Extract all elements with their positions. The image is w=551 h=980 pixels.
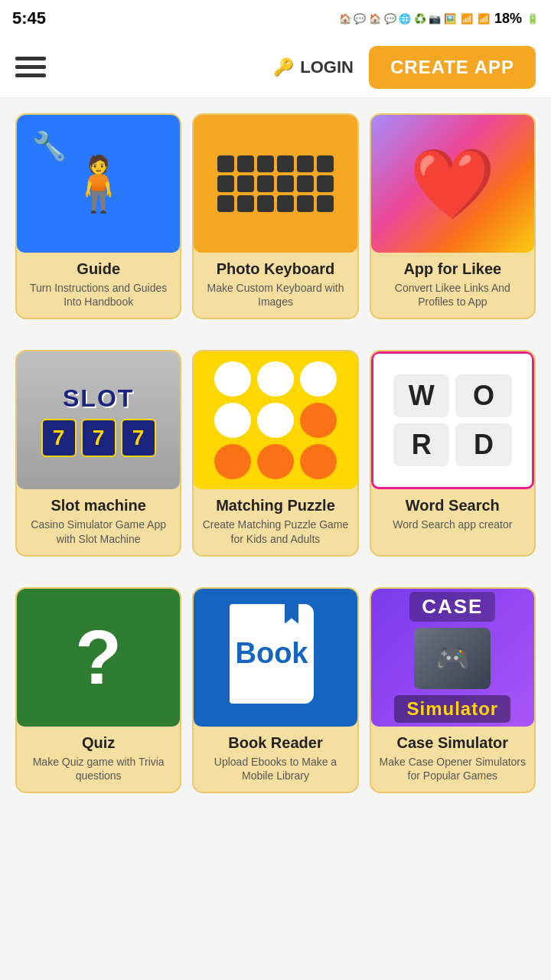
key-1 xyxy=(217,155,234,172)
key-17 xyxy=(297,195,314,212)
key-11 xyxy=(297,175,314,192)
key-8 xyxy=(237,175,254,192)
case-icon: CASE 🎮 Simulator xyxy=(371,589,534,727)
key-13 xyxy=(217,195,234,212)
word-cell-R: R xyxy=(393,423,449,466)
case-title: Case Simulator xyxy=(377,734,528,752)
heart-icon: ❤️ xyxy=(409,144,495,224)
nav-right: 🔑 LOGIN CREATE APP xyxy=(273,46,536,89)
likee-icon: ❤️ xyxy=(371,115,534,253)
app-section-2: SLOT 7 7 7 Slot machine Casino Simulator… xyxy=(15,350,536,556)
app-grid-2: SLOT 7 7 7 Slot machine Casino Simulator… xyxy=(15,350,536,556)
circle-7 xyxy=(214,444,251,479)
guide-desc: Turn Instructions and Guides Into Handbo… xyxy=(23,281,174,309)
word-title: Word Search xyxy=(377,497,528,514)
person-icon: 🧍 xyxy=(65,152,132,215)
key-2 xyxy=(237,155,254,172)
question-mark-icon: ? xyxy=(75,613,122,701)
key-18 xyxy=(317,195,334,212)
signal-icon: 📶 xyxy=(478,13,490,24)
slot-text: SLOT xyxy=(63,384,134,413)
case-info: Case Simulator Make Case Opener Simulato… xyxy=(371,727,534,792)
quiz-title: Quiz xyxy=(23,734,174,752)
word-desc: Word Search app creator xyxy=(377,518,528,531)
case-title-top: CASE xyxy=(409,592,495,622)
slot-title: Slot machine xyxy=(23,497,174,514)
likee-desc: Convert Likee Links And Profiles to App xyxy=(377,281,528,309)
hamburger-menu[interactable] xyxy=(15,57,46,77)
slot-content: SLOT 7 7 7 xyxy=(17,351,180,489)
login-button[interactable]: 🔑 LOGIN xyxy=(273,57,354,77)
slot-desc: Casino Simulator Game App with Slot Mach… xyxy=(23,518,174,545)
case-desc: Make Case Opener Simulators for Popular … xyxy=(377,755,528,782)
book-bookmark xyxy=(285,596,298,624)
key-14 xyxy=(237,195,254,212)
likee-info: App for Likee Convert Likee Links And Pr… xyxy=(371,253,534,318)
wrench-icon: 🔧 xyxy=(32,130,67,162)
case-simulator-label: Simulator xyxy=(394,695,510,723)
slot-num-2: 7 xyxy=(81,419,116,457)
status-icons: 🏠 💬 🏠 💬 🌐 ♻️ 📷 🖼️ 📶 📶 18% 🔋 xyxy=(339,11,539,27)
keyboard-title: Photo Keyboard xyxy=(200,260,350,278)
word-cell-W: W xyxy=(393,374,449,417)
app-card-matching[interactable]: Matching Puzzle Create Matching Puzzle G… xyxy=(192,350,358,556)
book-desc: Upload Ebooks to Make a Mobile Library xyxy=(200,755,350,782)
matching-title: Matching Puzzle xyxy=(200,497,350,514)
key-12 xyxy=(317,175,334,192)
book-icon: Book xyxy=(194,589,357,727)
create-app-button[interactable]: CREATE APP xyxy=(369,46,536,89)
slot-info: Slot machine Casino Simulator Game App w… xyxy=(17,489,180,554)
hamburger-line1 xyxy=(15,57,46,60)
book-title: Book Reader xyxy=(200,734,350,752)
hamburger-line3 xyxy=(15,74,46,77)
hamburger-line2 xyxy=(15,65,46,69)
guide-icon: 🔧 🧍 xyxy=(17,115,180,253)
keyboard-info: Photo Keyboard Make Custom Keyboard with… xyxy=(194,253,357,318)
book-info: Book Reader Upload Ebooks to Make a Mobi… xyxy=(194,727,357,792)
circle-4 xyxy=(214,403,251,438)
status-time: 5:45 xyxy=(12,8,46,28)
key-6 xyxy=(317,155,334,172)
slot-numbers: 7 7 7 xyxy=(41,419,156,457)
slot-num-3: 7 xyxy=(121,419,156,457)
circle-9 xyxy=(300,444,337,479)
app-card-guide[interactable]: 🔧 🧍 Guide Turn Instructions and Guides I… xyxy=(15,113,181,319)
circle-5 xyxy=(257,403,294,438)
keyboard-desc: Make Custom Keyboard with Images xyxy=(200,281,350,309)
matching-desc: Create Matching Puzzle Game for Kids and… xyxy=(200,518,350,545)
case-content: CASE 🎮 Simulator xyxy=(371,589,534,727)
app-card-keyboard[interactable]: Photo Keyboard Make Custom Keyboard with… xyxy=(192,113,358,319)
app-grid-3: ? Quiz Make Quiz game with Trivia questi… xyxy=(15,587,536,793)
app-card-word[interactable]: W O R D Word Search Word Search app crea… xyxy=(370,350,536,556)
quiz-desc: Make Quiz game with Trivia questions xyxy=(23,755,174,782)
notification-icons: 🏠 💬 🏠 💬 🌐 ♻️ 📷 🖼️ xyxy=(339,13,456,24)
word-cell-O: O xyxy=(455,374,511,417)
battery-level: 18% xyxy=(494,11,522,27)
app-card-quiz[interactable]: ? Quiz Make Quiz game with Trivia questi… xyxy=(15,587,181,793)
circle-6 xyxy=(300,403,337,438)
keyboard-grid xyxy=(202,140,349,227)
app-section-3: ? Quiz Make Quiz game with Trivia questi… xyxy=(15,587,536,793)
key-icon: 🔑 xyxy=(273,57,294,77)
key-3 xyxy=(257,155,274,172)
main-content: 🔧 🧍 Guide Turn Instructions and Guides I… xyxy=(0,98,551,839)
app-card-slot[interactable]: SLOT 7 7 7 Slot machine Casino Simulator… xyxy=(15,350,181,556)
app-card-book[interactable]: Book Book Reader Upload Ebooks to Make a… xyxy=(192,587,358,793)
slot-num-1: 7 xyxy=(41,419,77,457)
circle-8 xyxy=(257,444,294,479)
circle-1 xyxy=(214,361,251,397)
key-9 xyxy=(257,175,274,192)
nav-bar: 🔑 LOGIN CREATE APP xyxy=(0,37,551,98)
key-5 xyxy=(297,155,314,172)
app-card-case[interactable]: CASE 🎮 Simulator Case Simulator Make Cas… xyxy=(370,587,536,793)
key-7 xyxy=(217,175,234,192)
app-grid-1: 🔧 🧍 Guide Turn Instructions and Guides I… xyxy=(15,113,536,319)
quiz-info: Quiz Make Quiz game with Trivia question… xyxy=(17,727,180,792)
key-15 xyxy=(257,195,274,212)
guide-info: Guide Turn Instructions and Guides Into … xyxy=(17,253,180,318)
key-16 xyxy=(277,195,294,212)
app-card-likee[interactable]: ❤️ App for Likee Convert Likee Links And… xyxy=(370,113,536,319)
word-grid: W O R D xyxy=(381,362,524,479)
book-cover: Book xyxy=(230,604,314,704)
slot-icon: SLOT 7 7 7 xyxy=(17,351,180,489)
